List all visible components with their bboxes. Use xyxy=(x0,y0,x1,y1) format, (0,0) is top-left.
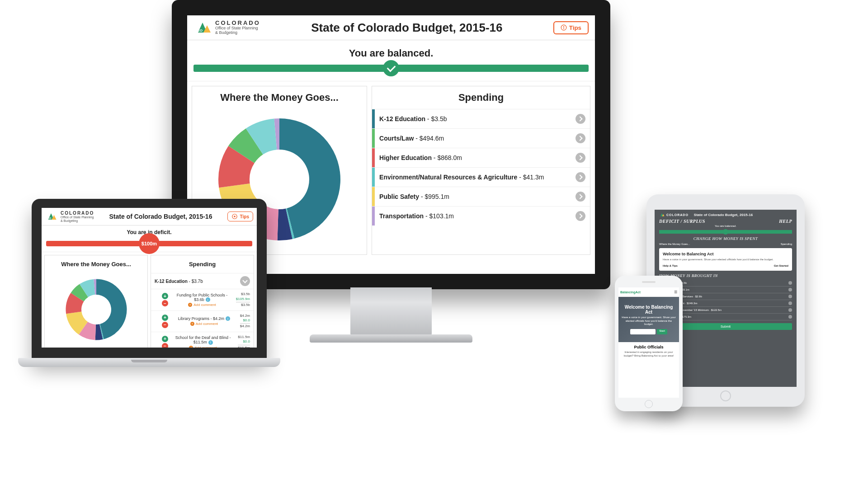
collapse-icon[interactable] xyxy=(240,276,250,286)
add-comment-link[interactable]: +Add comment xyxy=(172,346,234,348)
spending-row[interactable]: K-12 Education - $3.5b xyxy=(372,109,590,128)
home-button-icon[interactable] xyxy=(645,400,653,408)
sub-item-name: Funding for Public Schools - $3.6bi xyxy=(172,293,232,302)
spending-row[interactable]: Courts/Law - $494.6m xyxy=(372,128,590,148)
laptop-screen: CO COLORADO Office of State Planning & B… xyxy=(42,208,257,348)
modal-help-link[interactable]: Help & Tips xyxy=(663,264,678,267)
expand-icon[interactable] xyxy=(576,172,585,182)
add-comment-link[interactable]: +Add comment xyxy=(172,303,232,307)
org-dept2: & Budgeting xyxy=(215,31,260,35)
expand-icon[interactable] xyxy=(576,211,585,221)
balance-status: You are balanced. xyxy=(187,40,595,81)
add-comment-link[interactable]: +Add comment xyxy=(172,322,236,326)
page-title: State of Colorado Budget, 2015-16 xyxy=(311,21,502,35)
increase-button[interactable]: + xyxy=(162,315,168,321)
spending-label: Environment/Natural Resources & Agricult… xyxy=(379,174,571,181)
deficit-knob[interactable]: $100m xyxy=(139,233,160,254)
balance-status: You are in deficit. $100m xyxy=(42,226,257,252)
spending-category-row[interactable]: K-12 Education - $3.7b xyxy=(151,273,254,289)
section-body: Interested in engaging residents on your… xyxy=(621,351,676,358)
tips-button[interactable]: Tips xyxy=(227,212,253,221)
donut-svg xyxy=(62,276,130,343)
spending-row[interactable]: Higher Education - $868.0m xyxy=(372,148,590,167)
expand-icon[interactable] xyxy=(576,114,585,124)
laptop-base xyxy=(18,358,280,367)
balance-bar[interactable] xyxy=(193,65,589,72)
increase-button[interactable]: + xyxy=(162,293,168,299)
email-input[interactable] xyxy=(630,329,656,334)
colorado-logo-icon: CO xyxy=(45,212,57,221)
balance-knob[interactable] xyxy=(723,229,728,235)
modal-start-link[interactable]: Get Started xyxy=(774,264,788,267)
app-header: COLORADO State of Colorado Budget, 2015-… xyxy=(659,212,792,217)
color-strip xyxy=(372,168,375,187)
annot-brought: HOW MONEY IS BROUGHT IN xyxy=(659,273,792,278)
spending-label: Courts/Law - $494.6m xyxy=(379,135,571,142)
phone-speaker xyxy=(642,281,656,283)
expand-icon[interactable] xyxy=(576,153,585,163)
tips-label: Tips xyxy=(569,24,581,31)
officials-section: Public Officials Interested in engaging … xyxy=(618,342,679,361)
increase-button[interactable]: + xyxy=(162,336,168,342)
laptop-device: CO COLORADO Office of State Planning & B… xyxy=(18,199,280,389)
spending-row[interactable]: Transportation - $103.1m xyxy=(372,206,590,226)
expand-icon[interactable] xyxy=(788,308,792,312)
sub-item-values: $4.2m$0.0$4.2m xyxy=(240,314,250,329)
start-button[interactable]: Start xyxy=(657,329,667,334)
info-icon[interactable]: i xyxy=(226,316,230,321)
tips-button[interactable]: Tips xyxy=(553,21,589,34)
expand-icon[interactable] xyxy=(576,133,585,143)
sub-item-name: Library Programs - $4.2mi xyxy=(172,316,236,321)
decrease-button[interactable]: − xyxy=(162,322,168,328)
info-icon[interactable]: i xyxy=(208,340,213,345)
annot-help: HELP xyxy=(779,219,792,224)
color-strip xyxy=(372,148,375,167)
panels: Where the Money Goes... Spending K-12 Ed… xyxy=(42,252,257,348)
svg-text:CO: CO xyxy=(197,28,203,33)
page-title: State of Colorado Budget, 2015-16 xyxy=(694,213,753,217)
modal-title: Welcome to Balancing Act xyxy=(663,252,788,256)
expand-icon[interactable] xyxy=(788,301,792,305)
svg-point-4 xyxy=(563,26,564,27)
expand-icon[interactable] xyxy=(788,281,792,285)
home-button-icon[interactable] xyxy=(720,390,731,401)
spending-sub-item: + − Library Programs - $4.2mi +Add comme… xyxy=(151,310,254,332)
spending-label: K-12 Education - $3.5b xyxy=(379,115,571,122)
menu-icon[interactable]: ≡ xyxy=(674,289,677,295)
balance-knob-check-icon[interactable] xyxy=(383,60,399,76)
info-icon[interactable]: i xyxy=(206,297,210,302)
color-strip xyxy=(372,129,375,148)
panel-title-right: Spending xyxy=(151,255,254,273)
brand-logo: BalancingAct xyxy=(620,291,641,294)
annot-change: CHANGE HOW MONEY IS SPENT xyxy=(659,236,792,241)
spending-label: Public Safety - $995.1m xyxy=(379,193,571,200)
svg-rect-5 xyxy=(563,28,564,29)
spending-row[interactable]: Public Safety - $995.1m xyxy=(372,187,590,206)
spending-row[interactable]: Environment/Natural Resources & Agricult… xyxy=(372,167,590,187)
category-name: K-12 Education xyxy=(155,279,188,284)
balance-bar[interactable]: $100m xyxy=(46,241,252,246)
hero: Welcome to Balancing Act Have a voice in… xyxy=(618,297,679,342)
spending-label: Transportation - $103.1m xyxy=(379,212,571,220)
sub-item-values: $11.5m$0.0$11.5m xyxy=(238,335,250,348)
expand-icon[interactable] xyxy=(788,315,792,319)
expand-icon[interactable] xyxy=(576,192,585,202)
decrease-button[interactable]: − xyxy=(162,343,168,348)
lightbulb-icon xyxy=(231,213,238,220)
panel-spending: Spending K-12 Education - $3.5b Courts/L… xyxy=(372,86,590,255)
spending-sub-item: + − School for the Deaf and Blind - $11.… xyxy=(151,332,254,348)
status-text: You are balanced. xyxy=(659,225,792,227)
org-name: COLORADO xyxy=(666,213,689,216)
expand-icon[interactable] xyxy=(788,295,792,298)
donut-chart xyxy=(45,273,147,348)
section-title: Public Officials xyxy=(621,345,676,349)
lightbulb-icon xyxy=(561,24,567,31)
app-header: BalancingAct ≡ xyxy=(618,287,679,297)
balance-bar[interactable] xyxy=(659,230,792,234)
spending-sub-item: + − Funding for Public Schools - $3.6bi … xyxy=(151,289,254,310)
panel-money-goes: Where the Money Goes... xyxy=(44,255,148,348)
panel-title-right: Spending xyxy=(372,86,590,109)
sub-item-list: + − Funding for Public Schools - $3.6bi … xyxy=(151,289,254,348)
expand-icon[interactable] xyxy=(788,288,792,291)
decrease-button[interactable]: − xyxy=(162,300,168,306)
